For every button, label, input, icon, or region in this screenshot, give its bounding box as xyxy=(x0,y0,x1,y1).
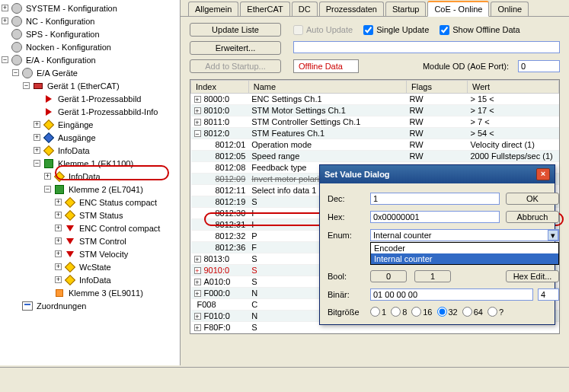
tabs: Allgemein EtherCAT DC Prozessdaten Start… xyxy=(181,0,569,17)
table-row[interactable]: +8010:0STM Motor Settings Ch.1RW> 17 < xyxy=(191,105,559,116)
row-toggle[interactable]: + xyxy=(194,267,201,274)
add-to-startup-button[interactable]: Add to Startup... xyxy=(190,59,281,73)
tree-toggle[interactable]: + xyxy=(34,134,40,141)
bit-32[interactable]: 32 xyxy=(437,307,458,317)
tree-nocken[interactable]: Nocken - Konfiguration xyxy=(24,43,113,52)
dec-input[interactable] xyxy=(370,193,500,205)
tree-toggle[interactable]: + xyxy=(44,173,51,180)
single-update-checkbox[interactable]: Single Update xyxy=(363,25,429,35)
tab-allgemein[interactable]: Allgemein xyxy=(188,2,238,16)
tree-stmvel[interactable]: STM Velocity xyxy=(78,250,129,259)
tree-klemme2[interactable]: Klemme 2 (EL7041) xyxy=(67,185,145,194)
tab-online[interactable]: Online xyxy=(491,2,529,16)
chevron-down-icon[interactable]: ▾ xyxy=(548,230,558,241)
tree-toggle[interactable]: − xyxy=(34,160,40,167)
tree-toggle[interactable]: + xyxy=(55,263,62,270)
tree-toggle[interactable]: − xyxy=(44,186,51,193)
tree-klemme3[interactable]: Klemme 3 (EL9011) xyxy=(67,288,145,298)
module-od-input[interactable] xyxy=(518,60,560,72)
bit-8[interactable]: 8 xyxy=(391,307,407,317)
row-toggle[interactable]: + xyxy=(194,96,201,103)
tree-info2[interactable]: InfoData xyxy=(67,172,102,181)
ok-button[interactable]: OK xyxy=(506,193,559,205)
tree-toggle[interactable]: + xyxy=(55,225,62,231)
col-wert[interactable]: Wert xyxy=(468,81,559,94)
tree-toggle[interactable]: + xyxy=(34,147,40,154)
tree-toggle[interactable]: + xyxy=(2,18,8,24)
tree-toggle[interactable]: − xyxy=(2,56,8,63)
set-value-dialog: Set Value Dialog × Dec: OK Hex: Abbruch … xyxy=(319,164,555,325)
bit-q[interactable]: ? xyxy=(487,307,503,317)
tree-toggle[interactable]: + xyxy=(34,121,40,128)
tree-geraete[interactable]: E/A Geräte xyxy=(35,69,79,78)
filter-input[interactable] xyxy=(293,41,560,53)
tree-encctrl[interactable]: ENC Control compact xyxy=(78,224,161,233)
tree-toggle[interactable]: + xyxy=(55,276,62,283)
row-toggle[interactable]: + xyxy=(194,313,201,320)
hex-label: Hex: xyxy=(328,212,364,221)
update-liste-button[interactable]: Update Liste xyxy=(190,23,281,37)
row-toggle[interactable]: + xyxy=(194,324,201,331)
bit-64[interactable]: 64 xyxy=(462,307,483,317)
tab-ethercat[interactable]: EtherCAT xyxy=(240,2,289,16)
tree-zuord[interactable]: Zuordnungen xyxy=(35,301,88,311)
tree-toggle[interactable]: + xyxy=(55,237,62,244)
row-toggle[interactable]: − xyxy=(194,130,201,137)
row-toggle[interactable]: + xyxy=(194,119,201,126)
tree-ea[interactable]: E/A - Konfiguration xyxy=(24,56,97,65)
tree-toggle[interactable]: − xyxy=(12,69,19,76)
tree-ausg[interactable]: Ausgänge xyxy=(56,133,97,142)
tab-startup[interactable]: Startup xyxy=(385,2,426,16)
close-icon[interactable]: × xyxy=(536,168,550,180)
row-toggle[interactable]: + xyxy=(194,107,201,114)
tree-toggle[interactable]: + xyxy=(2,5,8,11)
erweitert-button[interactable]: Erweitert... xyxy=(190,41,281,55)
tab-coe-online[interactable]: CoE - Online xyxy=(427,1,489,17)
table-row[interactable]: −8012:0STM Features Ch.1RW> 54 < xyxy=(191,128,559,139)
bit-1[interactable]: 1 xyxy=(370,307,386,317)
bool-1-button[interactable]: 1 xyxy=(414,270,451,282)
tree-info3[interactable]: InfoData xyxy=(78,276,113,285)
hex-input[interactable] xyxy=(370,211,500,223)
tab-prozessdaten[interactable]: Prozessdaten xyxy=(319,2,384,16)
table-row[interactable]: 8012:01Operation modeRWVelocity direct (… xyxy=(191,139,559,151)
col-name[interactable]: Name xyxy=(248,81,406,94)
table-row[interactable]: +8011:0STM Controller Settings Ch.1RW> 7… xyxy=(191,116,559,128)
tree-stmstat[interactable]: STM Status xyxy=(78,211,124,220)
tree-stmctrl[interactable]: STM Control xyxy=(78,237,128,246)
cancel-button[interactable]: Abbruch xyxy=(506,211,559,223)
show-offline-checkbox[interactable]: Show Offline Data xyxy=(440,25,519,35)
tree-nc[interactable]: NC - Konfiguration xyxy=(24,17,97,26)
tree-encstat[interactable]: ENC Status compact xyxy=(78,198,158,207)
col-index[interactable]: Index xyxy=(191,81,249,94)
bit-16[interactable]: 16 xyxy=(411,307,432,317)
bool-0-button[interactable]: 0 xyxy=(370,270,407,282)
tree-eing[interactable]: Eingänge xyxy=(56,120,95,129)
hexedit-button[interactable]: Hex Edit... xyxy=(506,270,559,282)
tree-toggle[interactable]: + xyxy=(55,212,62,218)
row-toggle[interactable]: + xyxy=(194,290,201,297)
binar-input[interactable] xyxy=(370,288,533,301)
tree-pabinfo[interactable]: Gerät 1-Prozessabbild-Info xyxy=(56,107,159,116)
tree-wcstate[interactable]: WcState xyxy=(78,263,113,272)
enum-option-encoder[interactable]: Encoder xyxy=(371,243,558,253)
tree-toggle[interactable]: + xyxy=(55,199,62,206)
table-row[interactable]: +8000:0ENC Settings Ch.1RW> 15 < xyxy=(191,94,559,105)
tree-system[interactable]: SYSTEM - Konfiguration xyxy=(24,4,119,13)
tree-klemme1[interactable]: Klemme 1 (EK1100) xyxy=(56,159,135,168)
binar-len-input[interactable] xyxy=(538,288,559,301)
enum-input[interactable] xyxy=(370,229,559,241)
row-toggle[interactable]: + xyxy=(194,279,201,285)
tree-pab[interactable]: Gerät 1-Prozessabbild xyxy=(56,94,142,104)
tree-toggle[interactable]: − xyxy=(23,82,30,89)
auto-update-checkbox[interactable]: Auto Update xyxy=(293,25,353,35)
tab-dc[interactable]: DC xyxy=(292,2,318,16)
tree-sps[interactable]: SPS - Konfiguration xyxy=(24,30,101,39)
tree-info1[interactable]: InfoData xyxy=(56,146,91,155)
tree-gerat1[interactable]: Gerät 1 (EtherCAT) xyxy=(46,81,121,91)
table-row[interactable]: 8012:05Speed rangeRW2000 Fullsteps/sec (… xyxy=(191,151,559,162)
enum-option-internal[interactable]: Internal counter xyxy=(371,253,558,264)
col-flags[interactable]: Flags xyxy=(407,81,468,94)
tree-toggle[interactable]: + xyxy=(55,250,62,257)
row-toggle[interactable]: + xyxy=(194,256,201,263)
